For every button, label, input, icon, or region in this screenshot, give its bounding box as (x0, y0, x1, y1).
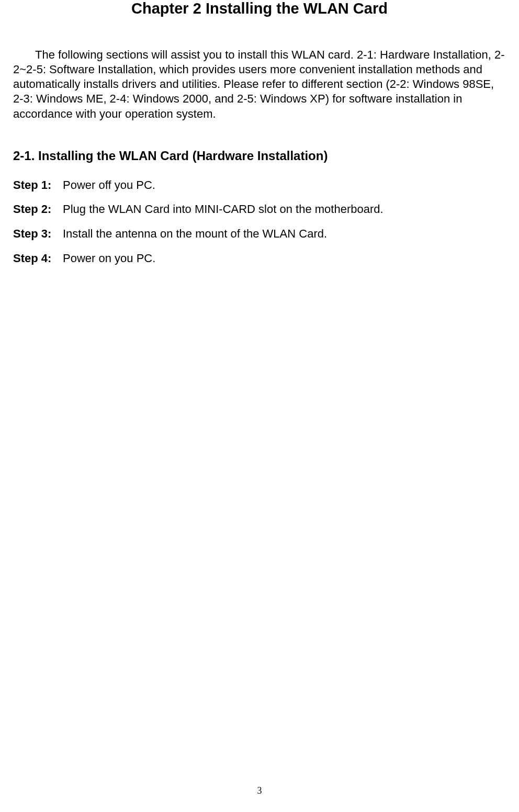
step-label: Step 2: (13, 202, 63, 217)
step-text: Install the antenna on the mount of the … (63, 227, 506, 242)
step-label: Step 1: (13, 178, 63, 193)
page-content: Chapter 2 Installing the WLAN Card The f… (0, 0, 519, 266)
step-text: Plug the WLAN Card into MINI-CARD slot o… (63, 202, 506, 217)
step-text: Power on you PC. (63, 251, 506, 266)
step-row: Step 3: Install the antenna on the mount… (13, 227, 506, 242)
section-title: 2-1. Installing the WLAN Card (Hardware … (13, 149, 506, 163)
step-text: Power off you PC. (63, 178, 506, 193)
step-row: Step 2: Plug the WLAN Card into MINI-CAR… (13, 202, 506, 217)
step-label: Step 3: (13, 227, 63, 242)
chapter-title: Chapter 2 Installing the WLAN Card (13, 0, 506, 17)
intro-paragraph: The following sections will assist you t… (13, 48, 506, 121)
step-label: Step 4: (13, 251, 63, 266)
page-number: 3 (0, 785, 519, 796)
step-row: Step 4: Power on you PC. (13, 251, 506, 266)
step-row: Step 1: Power off you PC. (13, 178, 506, 193)
